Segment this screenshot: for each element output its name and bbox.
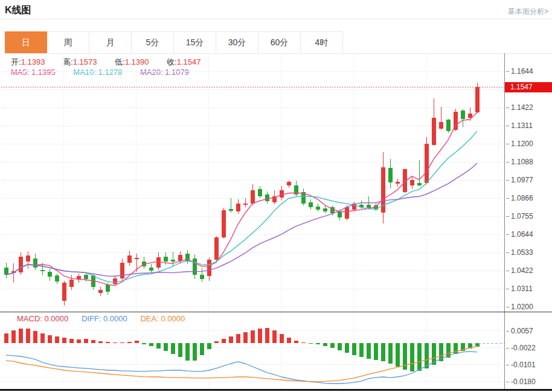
price-axis-label: 1.0311: [506, 284, 533, 294]
tab-15min[interactable]: 15分: [174, 31, 216, 53]
current-price-badge: 1.1547: [505, 82, 552, 92]
price-axis-label: 1.1088: [506, 157, 533, 167]
tab-4hour[interactable]: 4时: [301, 31, 343, 53]
page-title: K线图: [5, 4, 31, 17]
macd-axis-label: -0.0180: [506, 377, 536, 387]
tab-month[interactable]: 月: [89, 31, 132, 53]
tabs-filler: [343, 31, 552, 53]
price-axis-label: 1.0755: [506, 211, 533, 221]
price-axis-label: 1.1422: [506, 103, 533, 112]
header-divider: [0, 19, 552, 19]
price-axis-label: 1.0977: [506, 175, 533, 185]
period-tabs: 日 周 月 5分 15分 30分 60分 4时: [5, 31, 552, 54]
price-axis-label: 1.1311: [506, 121, 533, 130]
macd-chart[interactable]: [0, 312, 505, 390]
price-axis-label: 1.0422: [506, 266, 533, 275]
bottom-border: [0, 389, 552, 391]
price-axis-label: 1.0644: [506, 230, 533, 239]
tab-60min[interactable]: 60分: [258, 31, 301, 53]
macd-axis-label: -0.0101: [506, 360, 536, 370]
price-axis-label: 1.1200: [506, 139, 533, 149]
macd-axis-label: 0.0057: [506, 326, 533, 336]
macd-axis-label: -0.0022: [506, 343, 536, 353]
kline-widget: K线图 基本面分析> 日 周 月 5分 15分 30分 60分 4时 开:1.1…: [0, 0, 552, 392]
fundamental-analysis-link[interactable]: 基本面分析>: [508, 7, 548, 17]
price-axis-label: 1.1644: [506, 66, 533, 76]
tab-30min[interactable]: 30分: [216, 31, 258, 53]
price-axis-label: 1.0866: [506, 193, 533, 203]
tab-week[interactable]: 周: [47, 31, 89, 53]
price-axis-label: 1.0200: [506, 302, 533, 312]
tab-5min[interactable]: 5分: [132, 31, 174, 53]
candlestick-chart[interactable]: [0, 53, 505, 312]
price-axis-label: 1.0533: [506, 248, 533, 257]
tab-day[interactable]: 日: [5, 31, 47, 53]
